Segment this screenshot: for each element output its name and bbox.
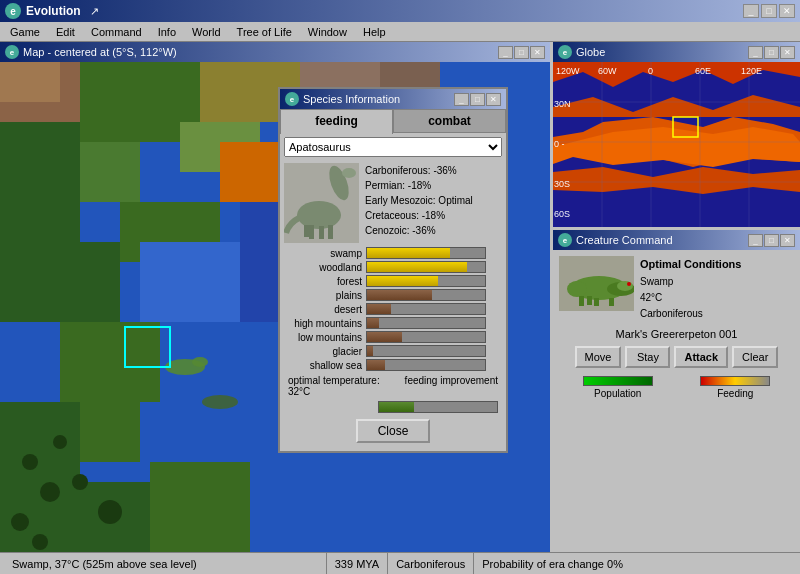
map-maximize[interactable]: □	[514, 46, 529, 59]
creature-titlebar: e Creature Command _ □ ✕	[553, 230, 800, 250]
species-minimize[interactable]: _	[454, 93, 469, 106]
population-bar	[583, 376, 653, 386]
species-dropdown[interactable]: Apatosaurus	[284, 137, 502, 157]
habitat-bar-fill	[367, 248, 450, 258]
minimize-button[interactable]: _	[743, 4, 759, 18]
map-window-icon: e	[5, 45, 19, 59]
app-icon: e	[5, 3, 21, 19]
tab-combat[interactable]: combat	[393, 109, 506, 133]
map-win-buttons[interactable]: _ □ ✕	[498, 46, 545, 59]
habitat-bars: swampwoodlandforestplainsdeserthigh moun…	[284, 247, 502, 371]
svg-text:60E: 60E	[695, 66, 711, 76]
optimal-title: Optimal Conditions	[640, 256, 741, 274]
habitat-bar-row: low mountains	[284, 331, 502, 343]
tab-feeding[interactable]: feeding	[280, 109, 393, 134]
close-button[interactable]: ✕	[779, 4, 795, 18]
creature-image	[559, 256, 634, 311]
svg-text:30S: 30S	[554, 179, 570, 189]
status-mya: 339 MYA	[327, 553, 388, 574]
habitat-bar-row: swamp	[284, 247, 502, 259]
svg-rect-62	[587, 296, 592, 305]
habitat-bar-row: desert	[284, 303, 502, 315]
menu-tree-of-life[interactable]: Tree of Life	[231, 25, 298, 39]
globe-title: Globe	[576, 46, 605, 58]
menu-help[interactable]: Help	[357, 25, 392, 39]
habitat-bar-container	[366, 261, 486, 273]
dino-svg	[284, 163, 359, 243]
era-cretaceous: Cretaceous: -18%	[365, 208, 473, 223]
habitat-bar-fill	[367, 332, 402, 342]
feeding-bar	[700, 376, 770, 386]
globe-minimize[interactable]: _	[748, 46, 763, 59]
creature-minimize[interactable]: _	[748, 234, 763, 247]
clear-button[interactable]: Clear	[732, 346, 778, 368]
dino-image	[284, 163, 359, 243]
habitat-bar-fill	[367, 304, 391, 314]
menu-command[interactable]: Command	[85, 25, 148, 39]
improvement-bar-container	[378, 401, 498, 413]
title-buttons[interactable]: _ □ ✕	[743, 4, 795, 18]
globe-svg: 120W 60W 0 60E 120E 30N 0 - 30S 60S	[553, 62, 800, 227]
menu-world[interactable]: World	[186, 25, 227, 39]
map-minimize[interactable]: _	[498, 46, 513, 59]
svg-rect-12	[80, 362, 140, 462]
optimal-era: Carboniferous	[640, 306, 741, 322]
map-close[interactable]: ✕	[530, 46, 545, 59]
globe-win-buttons[interactable]: _ □ ✕	[748, 46, 795, 59]
habitat-bar-fill	[367, 360, 385, 370]
svg-text:0: 0	[648, 66, 653, 76]
habitat-bar-container	[366, 359, 486, 371]
svg-rect-7	[0, 122, 80, 242]
species-win-buttons[interactable]: _ □ ✕	[454, 93, 501, 106]
app-title: Evolution	[26, 4, 81, 18]
habitat-label: low mountains	[284, 332, 366, 343]
svg-point-26	[32, 534, 48, 550]
habitat-label: desert	[284, 304, 366, 315]
habitat-bar-row: glacier	[284, 345, 502, 357]
species-info-row: Carboniferous: -36% Permian: -18% Early …	[284, 163, 502, 243]
menu-bar: Game Edit Command Info World Tree of Lif…	[0, 22, 800, 42]
habitat-bar-row: high mountains	[284, 317, 502, 329]
svg-text:60W: 60W	[598, 66, 617, 76]
habitat-bar-container	[366, 317, 486, 329]
species-close[interactable]: ✕	[486, 93, 501, 106]
menu-edit[interactable]: Edit	[50, 25, 81, 39]
optimal-swamp: Swamp	[640, 274, 741, 290]
svg-rect-61	[609, 298, 614, 306]
habitat-bar-fill	[367, 318, 379, 328]
move-button[interactable]: Move	[575, 346, 622, 368]
maximize-button[interactable]: □	[761, 4, 777, 18]
map-titlebar: e Map - centered at (5°S, 112°W) _ □ ✕	[0, 42, 550, 62]
creature-body: Optimal Conditions Swamp 42°C Carbonifer…	[553, 250, 800, 552]
attack-button[interactable]: Attack	[674, 346, 728, 368]
svg-text:120W: 120W	[556, 66, 580, 76]
creature-name: Mark's Greererpeton 001	[559, 328, 794, 340]
stay-button[interactable]: Stay	[625, 346, 670, 368]
creature-win-buttons[interactable]: _ □ ✕	[748, 234, 795, 247]
creature-command-window: e Creature Command _ □ ✕	[553, 230, 800, 552]
habitat-bar-row: forest	[284, 275, 502, 287]
habitat-bar-fill	[367, 346, 373, 356]
svg-point-58	[617, 281, 633, 291]
svg-rect-70	[328, 225, 333, 239]
creature-window-icon: e	[558, 233, 572, 247]
svg-point-28	[192, 357, 208, 367]
species-maximize[interactable]: □	[470, 93, 485, 106]
habitat-bar-container	[366, 331, 486, 343]
cursor-icon: ↗	[90, 5, 99, 18]
habitat-bar-fill	[367, 276, 438, 286]
creature-maximize[interactable]: □	[764, 234, 779, 247]
opt-temp-label: optimal temperature:32°C	[288, 375, 380, 397]
globe-maximize[interactable]: □	[764, 46, 779, 59]
menu-game[interactable]: Game	[4, 25, 46, 39]
menu-window[interactable]: Window	[302, 25, 353, 39]
globe-display: 120W 60W 0 60E 120E 30N 0 - 30S 60S	[553, 62, 800, 227]
menu-info[interactable]: Info	[152, 25, 182, 39]
svg-rect-16	[140, 242, 240, 322]
species-close-button[interactable]: Close	[356, 419, 431, 443]
habitat-bar-fill	[367, 262, 467, 272]
svg-rect-8	[0, 242, 120, 322]
creature-close[interactable]: ✕	[780, 234, 795, 247]
svg-rect-11	[0, 402, 80, 482]
globe-close[interactable]: ✕	[780, 46, 795, 59]
